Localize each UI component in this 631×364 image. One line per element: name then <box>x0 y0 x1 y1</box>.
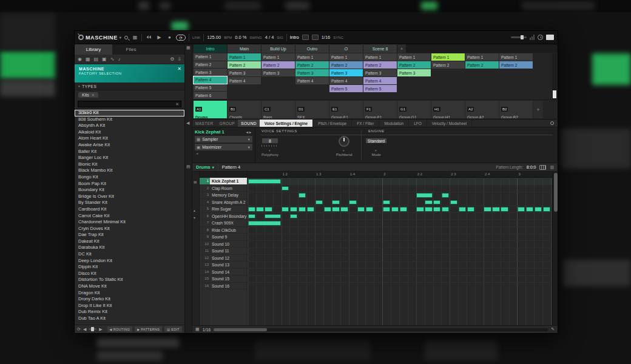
current-section[interactable]: Intro <box>290 35 299 40</box>
note-block[interactable] <box>383 207 390 212</box>
sound-number[interactable]: 1 <box>200 178 210 185</box>
pattern-cell[interactable]: Pattern 3 <box>329 69 363 76</box>
note-block[interactable] <box>433 207 440 212</box>
pattern-cell[interactable]: Pattern 1 <box>295 53 329 61</box>
pattern-cell[interactable]: Pattern 3 <box>363 69 397 76</box>
note-block[interactable] <box>324 207 331 212</box>
kit-list-item[interactable]: Darabuka Kit <box>75 244 184 251</box>
level-tab-master[interactable]: MASTER <box>192 120 217 127</box>
sound-number[interactable]: 5 <box>200 206 210 213</box>
note-block[interactable] <box>299 207 306 212</box>
kit-list-item[interactable]: Distortion To Static Kit <box>75 277 184 283</box>
note-block[interactable] <box>248 221 281 226</box>
note-block[interactable] <box>265 207 272 212</box>
group-cell[interactable]: G1Group G1 <box>397 101 431 118</box>
add-plugin-button[interactable]: + <box>195 152 252 157</box>
kit-list-item[interactable]: 808 Southern Kit <box>75 116 184 123</box>
group-cell[interactable]: A1Drums <box>194 101 227 118</box>
sound-name-cell[interactable]: Sound 9 <box>210 234 247 241</box>
group-cell[interactable]: E1Group E1 <box>329 101 363 118</box>
dopesheet-icon[interactable]: ▥ <box>550 165 554 170</box>
note-block[interactable] <box>526 207 533 212</box>
group-cell[interactable]: F1Group F1 <box>363 101 397 118</box>
kit-list-item[interactable]: 3l3ktr0 Kit <box>75 110 184 116</box>
note-block[interactable] <box>332 200 339 205</box>
level-tab-sound[interactable]: SOUND <box>238 120 259 127</box>
pitchbend-knob[interactable] <box>339 136 349 147</box>
type-chip-kits[interactable]: Kits✕ <box>78 92 98 98</box>
level-tab-group[interactable]: GROUP <box>217 120 238 127</box>
pattern-cell[interactable]: Pattern 2 <box>262 61 295 69</box>
pattern-cell[interactable]: Pattern 5 <box>363 85 397 92</box>
record-button[interactable]: ● <box>166 35 173 40</box>
pattern-cell[interactable]: Pattern 1 <box>363 53 397 61</box>
pattern-cell[interactable]: Pattern 4 <box>194 76 227 84</box>
sound-number[interactable]: 13 <box>200 261 210 269</box>
pattern-cell[interactable]: Pattern 2 <box>295 61 329 69</box>
swing-value[interactable]: 0.0 % <box>235 35 246 40</box>
kit-list-item[interactable]: Dub Remix Kit <box>75 309 184 315</box>
sound-number[interactable]: 2 <box>200 185 210 192</box>
group-cell[interactable]: B2Group B2 <box>499 101 533 118</box>
note-block[interactable] <box>282 207 289 212</box>
search-input[interactable] <box>80 102 175 106</box>
kits-icon[interactable]: ▦ <box>86 56 90 62</box>
note-block[interactable] <box>248 179 281 184</box>
kit-list-item[interactable]: Deep London Kit <box>75 258 184 265</box>
kit-list-item[interactable]: By Stander Kit <box>75 200 184 206</box>
samples-icon[interactable]: ♪ <box>118 56 120 62</box>
kit-list-item[interactable]: Alkaloid Kit <box>75 129 184 136</box>
sound-name-cell[interactable]: Clap Room <box>210 185 247 192</box>
note-block[interactable] <box>543 207 550 212</box>
scrollbar-thumb[interactable] <box>553 90 556 98</box>
pattern-cell[interactable]: Pattern 3 <box>228 69 261 76</box>
sound-name[interactable]: Kick Zephat 1 ◂▸ <box>195 129 252 135</box>
note-block[interactable] <box>484 207 491 212</box>
kit-list-item[interactable]: Carrot Cake Kit <box>75 213 184 220</box>
grid-resolution-value[interactable]: 1/16 <box>203 328 211 332</box>
note-block[interactable] <box>290 214 297 219</box>
prehear-volume-slider[interactable] <box>89 328 96 330</box>
note-block[interactable] <box>248 207 255 212</box>
kit-list-item[interactable]: Baller Kit <box>75 149 184 155</box>
sig-value[interactable]: 4 / 4 <box>265 35 274 40</box>
group-cell[interactable]: A2Group A2 <box>465 101 499 118</box>
types-section-header[interactable]: ▾ TYPES <box>75 83 184 90</box>
pattern-cell[interactable]: Pattern 2 <box>194 61 227 69</box>
factory-selection-banner[interactable]: MASCHINE FACTORY SELECTION ✕ <box>75 64 184 83</box>
sound-name-cell[interactable]: OpenHH Boundary <box>210 213 247 220</box>
note-block[interactable] <box>400 207 407 212</box>
kit-list-item[interactable]: Dae Trap Kit <box>75 232 184 238</box>
pattern-cell[interactable]: Pattern 1 <box>194 53 227 61</box>
sound-name-cell[interactable]: Snare Absynth A 2 <box>210 199 247 206</box>
note-block[interactable] <box>340 207 348 212</box>
editor-horizontal-scrollbar[interactable] <box>214 328 548 331</box>
chevron-up-icon[interactable]: ▴ <box>194 208 195 212</box>
keyboard-icon[interactable]: ▤ <box>194 180 197 184</box>
play-button[interactable]: ▶ <box>155 35 163 40</box>
sound-name-cell[interactable]: Sound 11 <box>210 248 247 255</box>
sound-number[interactable]: 3 <box>200 192 210 199</box>
bpm-value[interactable]: 125.00 <box>207 35 221 40</box>
sound-number[interactable]: 6 <box>200 213 210 220</box>
disc-icon[interactable]: ◉ <box>78 56 82 62</box>
arranger-scrollbar[interactable] <box>552 53 557 99</box>
follow-icon[interactable] <box>302 35 309 40</box>
chevron-down-icon[interactable]: ▾ <box>194 215 195 220</box>
note-block[interactable] <box>425 200 432 205</box>
search-icon[interactable] <box>550 121 554 125</box>
arranger-toggle-icon[interactable]: ▦ <box>186 46 191 50</box>
instruments-icon[interactable]: ▤ <box>94 56 99 62</box>
plugin-slot-sampler[interactable]: ▦ Sampler ▼ <box>195 136 252 143</box>
kit-list-item[interactable]: Boundary Kit <box>75 187 184 194</box>
keyboard-view-icon[interactable] <box>539 165 546 170</box>
kit-list-item[interactable]: Awake Arise Kit <box>75 142 184 149</box>
note-block[interactable] <box>416 207 423 212</box>
pattern-cell[interactable]: Pattern 4 <box>295 77 329 84</box>
scene-tab[interactable]: O <box>329 44 363 53</box>
note-block[interactable] <box>349 200 356 205</box>
note-block[interactable] <box>316 200 323 205</box>
sound-name-cell[interactable]: Sound 10 <box>210 241 247 248</box>
pattern-cell[interactable]: Pattern 5 <box>194 84 227 92</box>
control-tab[interactable]: Modulation <box>379 120 409 127</box>
